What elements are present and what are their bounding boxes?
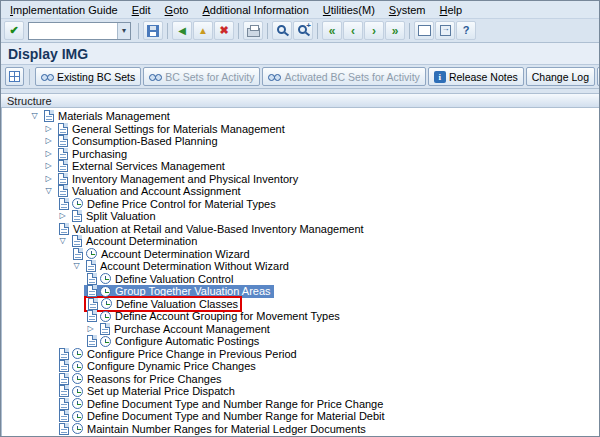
- tree-item-define-valuation-control[interactable]: Define Valuation Control: [84, 273, 236, 286]
- tree-item-split-valuation[interactable]: Split Valuation: [69, 210, 159, 223]
- expand-arrow-icon[interactable]: ▷: [42, 150, 55, 158]
- tree-item-label: Valuation and Account Assignment: [71, 185, 241, 197]
- collapse-arrow-icon[interactable]: ▽: [56, 237, 69, 245]
- find-icon: [277, 25, 286, 34]
- tree-item-label: Materials Management: [57, 110, 170, 122]
- tree-item-account-determination-without-wizard[interactable]: Account Determination Without Wizard: [83, 260, 292, 273]
- expand-arrow-icon[interactable]: ▷: [42, 137, 55, 145]
- command-input[interactable]: [29, 23, 117, 39]
- menu-item-utilities-m[interactable]: Utilities(M): [316, 3, 382, 17]
- tree-item-valuation-and-account-assignment[interactable]: Valuation and Account Assignment: [55, 185, 244, 198]
- help-button[interactable]: ?: [456, 21, 476, 40]
- create-shortcut-button[interactable]: [435, 21, 455, 40]
- collapse-arrow-icon[interactable]: ▽: [28, 112, 41, 120]
- print-button[interactable]: [243, 21, 263, 40]
- img-doc-icon: [59, 223, 69, 235]
- tree-item-label: Purchase Account Management: [113, 323, 270, 335]
- structure-label: Structure: [7, 95, 52, 107]
- enter-button[interactable]: ✔: [4, 21, 24, 40]
- existing-bc-sets-button[interactable]: Existing BC Sets: [35, 67, 141, 86]
- execute-activity-icon: [72, 198, 83, 209]
- new-session-button[interactable]: [414, 21, 434, 40]
- find-button[interactable]: [272, 21, 292, 40]
- tree-row: ▽Account Determination: [4, 235, 599, 248]
- tree-item-define-price-control-for-material-types[interactable]: Define Price Control for Material Types: [56, 198, 279, 211]
- tree-item-consumption-based-planning[interactable]: Consumption-Based Planning: [55, 135, 221, 148]
- tree-item-define-document-type-and-number-range-for-price-change[interactable]: Define Document Type and Number Range fo…: [56, 398, 386, 411]
- title-bar: Display IMG: [1, 43, 599, 65]
- tree-row: Set up Material Price Dispatch: [4, 385, 599, 398]
- create-shortcut-icon: [440, 25, 451, 36]
- expand-arrow-icon[interactable]: ▷: [42, 175, 55, 183]
- execute-activity-icon: [72, 361, 83, 372]
- tree-item-external-services-management[interactable]: External Services Management: [55, 160, 228, 173]
- execute-activity-icon: [72, 423, 83, 434]
- application-toolbar: Existing BC SetsBC Sets for ActivityActi…: [1, 65, 599, 89]
- tree-item-label: Define Price Control for Material Types: [86, 198, 276, 210]
- last-page-icon: »: [392, 25, 399, 37]
- menu-item-additional-information[interactable]: Additional Information: [195, 3, 315, 17]
- tree-item-define-account-grouping-for-movement-types[interactable]: Define Account Grouping for Movement Typ…: [84, 310, 343, 323]
- change-log-button[interactable]: Change Log: [526, 67, 595, 86]
- activated-bc-sets-for-activity-button[interactable]: Activated BC Sets for Activity: [262, 67, 425, 86]
- tree-item-maintain-number-ranges-for-material-ledger-documents[interactable]: Maintain Number Ranges for Material Ledg…: [56, 423, 369, 436]
- exit-button[interactable]: ▲: [193, 21, 213, 40]
- release-notes-button[interactable]: Release Notes: [428, 67, 524, 86]
- cancel-button[interactable]: ✖: [214, 21, 234, 40]
- bc-sets-icon: [41, 74, 54, 80]
- tree-item-define-document-type-and-number-range-for-material-debit[interactable]: Define Document Type and Number Range fo…: [56, 410, 388, 423]
- tree-item-account-determination-wizard[interactable]: Account Determination Wizard: [70, 248, 253, 261]
- tree-item-purchase-account-management[interactable]: Purchase Account Management: [97, 323, 273, 336]
- where-else-used-button[interactable]: Where Else Used: [597, 67, 599, 86]
- grid-button[interactable]: [5, 67, 24, 86]
- tree-item-label: External Services Management: [71, 160, 225, 172]
- last-page-button[interactable]: »: [385, 21, 405, 40]
- tree-item-valuation-at-retail-and-value-based-inventory-management[interactable]: Valuation at Retail and Value-Based Inve…: [56, 223, 367, 236]
- tree-row: Configure Automatic Postings: [4, 335, 599, 348]
- expand-arrow-icon[interactable]: ▷: [56, 212, 69, 220]
- tree-item-configure-price-change-in-previous-period[interactable]: Configure Price Change in Previous Perio…: [56, 348, 300, 361]
- menu-item-goto[interactable]: Goto: [158, 3, 196, 17]
- collapse-arrow-icon[interactable]: ▽: [42, 187, 55, 195]
- tree-item-label: Split Valuation: [85, 210, 156, 222]
- page-up-icon: ‹: [351, 25, 355, 37]
- tree-item-inventory-management-and-physical-inventory[interactable]: Inventory Management and Physical Invent…: [55, 173, 301, 186]
- img-doc-icon: [73, 248, 83, 260]
- tree-row: ▷External Services Management: [4, 160, 599, 173]
- tree-item-configure-dynamic-price-changes[interactable]: Configure Dynamic Price Changes: [56, 360, 259, 373]
- tree-item-set-up-material-price-dispatch[interactable]: Set up Material Price Dispatch: [56, 385, 238, 398]
- img-doc-icon: [87, 285, 97, 297]
- execute-activity-icon: [72, 411, 83, 422]
- menu-item-implementation-guide[interactable]: Implementation Guide: [3, 3, 125, 17]
- tree-item-label: Define Account Grouping for Movement Typ…: [114, 310, 340, 322]
- menu-item-help[interactable]: Help: [433, 3, 470, 17]
- menu-bar: Implementation GuideEditGotoAdditional I…: [1, 1, 599, 19]
- tree-row: ▷Split Valuation: [4, 210, 599, 223]
- back-button[interactable]: ◀: [172, 21, 192, 40]
- save-button[interactable]: [143, 21, 163, 40]
- tree-row: Define Valuation Classes: [4, 298, 599, 311]
- menu-item-system[interactable]: System: [382, 3, 433, 17]
- tree-row: Valuation at Retail and Value-Based Inve…: [4, 223, 599, 236]
- button-label: Existing BC Sets: [57, 71, 135, 83]
- bc-sets-for-activity-button[interactable]: BC Sets for Activity: [143, 67, 260, 86]
- menu-item-edit[interactable]: Edit: [125, 3, 158, 17]
- tree-item-account-determination[interactable]: Account Determination: [69, 235, 200, 248]
- execute-activity-icon: [101, 298, 112, 309]
- expand-arrow-icon[interactable]: ▷: [42, 162, 55, 170]
- page-down-button[interactable]: ›: [364, 21, 384, 40]
- expand-arrow-icon[interactable]: ▷: [84, 325, 97, 333]
- collapse-arrow-icon[interactable]: ▽: [70, 262, 83, 270]
- page-up-button[interactable]: ‹: [343, 21, 363, 40]
- tree-item-reasons-for-price-changes[interactable]: Reasons for Price Changes: [56, 373, 225, 386]
- tree-item-label: Define Valuation Classes: [115, 298, 238, 310]
- tree-item-purchasing[interactable]: Purchasing: [55, 148, 130, 161]
- tree-item-general-settings-for-materials-management[interactable]: General Settings for Materials Managemen…: [55, 123, 288, 136]
- first-page-button[interactable]: «: [322, 21, 342, 40]
- expand-arrow-icon[interactable]: ▷: [42, 125, 55, 133]
- tree-item-configure-automatic-postings[interactable]: Configure Automatic Postings: [84, 335, 262, 348]
- tree-item-label: Inventory Management and Physical Invent…: [71, 173, 298, 185]
- command-dropdown-icon[interactable]: ▾: [117, 23, 130, 39]
- find-next-button[interactable]: +: [293, 21, 313, 40]
- tree-item-materials-management[interactable]: Materials Management: [41, 110, 173, 123]
